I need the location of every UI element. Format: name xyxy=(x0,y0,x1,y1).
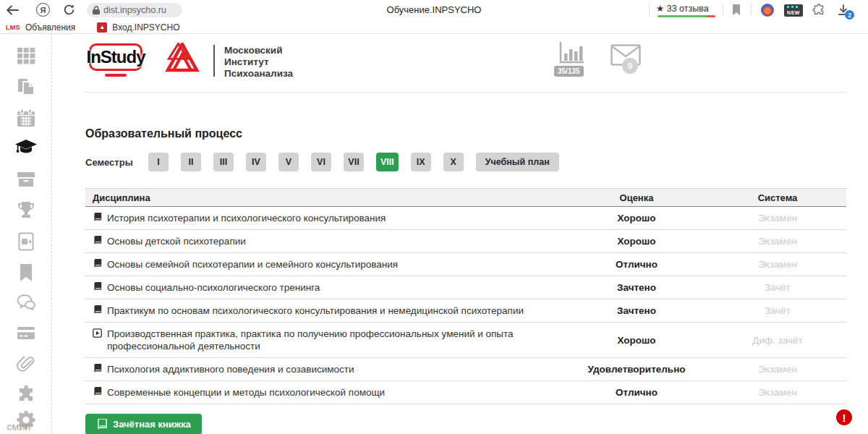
chat-icon[interactable] xyxy=(17,294,35,312)
book-icon xyxy=(93,305,102,315)
footer-copyright: ©МИП xyxy=(7,423,30,432)
book-icon xyxy=(93,236,102,245)
grade-value: Удовлетворительно xyxy=(564,364,709,375)
semester-button-2[interactable]: II xyxy=(181,153,201,171)
grades-table: Дисциплина Оценка Система История психот… xyxy=(85,188,846,404)
divider xyxy=(649,4,650,15)
table-row[interactable]: Основы детской психотерапии Хорошо Экзам… xyxy=(85,230,846,253)
book-icon xyxy=(93,213,102,222)
trophy-icon[interactable] xyxy=(17,201,35,220)
grade-value: Хорошо xyxy=(564,236,709,247)
grid-apps-icon[interactable] xyxy=(17,46,35,65)
site-header: InStudy Московский Институт Психоанализа… xyxy=(52,34,868,93)
main-content: InStudy Московский Институт Психоанализа… xyxy=(52,34,868,434)
rating-bar xyxy=(658,15,715,17)
system-value: Экзамен xyxy=(709,213,846,224)
page-title: Образовательный процесс xyxy=(85,127,846,140)
table-row[interactable]: Основы семейной психотерапии и семейного… xyxy=(85,253,846,276)
payment-card-icon[interactable] xyxy=(17,324,35,343)
grade-value: Отлично xyxy=(564,387,709,398)
table-row[interactable]: Производственная практика, практика по п… xyxy=(85,323,846,358)
grade-value: Зачтено xyxy=(564,282,709,293)
bookmark-vhod-inpsycho[interactable]: Вход.INPSYCHO xyxy=(112,22,179,33)
table-row[interactable]: Практикум по основам психологического ко… xyxy=(85,299,846,323)
system-value: Экзамен xyxy=(709,364,846,375)
bookmark-announcements[interactable]: Объявления xyxy=(25,22,75,33)
book-icon xyxy=(93,387,102,396)
grade-value: Отлично xyxy=(564,259,709,270)
semester-button-3[interactable]: III xyxy=(213,153,234,171)
lms-bookmark-icon: LMS xyxy=(6,24,20,31)
sidebar-nav: ©МИП xyxy=(0,34,52,434)
system-value: Экзамен xyxy=(709,259,846,270)
semester-button-8-active[interactable]: VIII xyxy=(376,153,399,171)
browser-chrome: Я dist.inpsycho.ru Обучение.INPSYCHO ★ 3… xyxy=(0,0,868,34)
grade-value: Хорошо xyxy=(564,335,709,346)
extension-color-icon[interactable] xyxy=(761,4,774,17)
semester-button-4[interactable]: IV xyxy=(246,153,266,171)
system-value: Зачёт xyxy=(709,305,846,316)
record-book-icon xyxy=(96,419,107,430)
institute-name: Московский Институт Психоанализа xyxy=(224,45,293,80)
table-row[interactable]: История психотерапии и психологического … xyxy=(85,207,846,230)
mip-bookmark-icon: ▲ xyxy=(97,22,107,33)
semester-switcher: Семестры I II III IV V VI VII VIII IX X … xyxy=(85,153,846,171)
paperclip-icon[interactable] xyxy=(17,355,35,374)
play-icon xyxy=(93,328,102,338)
semester-button-1[interactable]: I xyxy=(148,153,169,171)
column-system: Система xyxy=(709,192,846,203)
book-icon xyxy=(93,364,102,373)
table-header-row: Дисциплина Оценка Система xyxy=(85,188,846,207)
extensions-puzzle-icon[interactable] xyxy=(812,4,826,17)
semester-button-5[interactable]: V xyxy=(278,153,299,171)
progress-stats-icon[interactable] xyxy=(558,41,584,64)
grade-value: Хорошо xyxy=(564,213,709,224)
calendar-icon[interactable] xyxy=(17,109,35,127)
semester-button-10[interactable]: X xyxy=(443,153,464,171)
mail-count-badge: 0 xyxy=(622,58,638,74)
system-value: Экзамен xyxy=(709,236,846,247)
column-discipline: Дисциплина xyxy=(85,192,564,204)
table-row[interactable]: Основы социально-психологического тренин… xyxy=(85,276,846,299)
alert-notification-icon[interactable]: ! xyxy=(836,409,852,425)
semester-button-6[interactable]: VI xyxy=(311,153,331,171)
header-bottom-border xyxy=(85,92,846,93)
progress-badge: 35/135 xyxy=(554,66,584,77)
star-icon: ★ xyxy=(656,4,664,14)
divider xyxy=(723,4,723,15)
semester-button-9[interactable]: IX xyxy=(411,153,431,171)
documents-icon[interactable] xyxy=(17,77,35,96)
bookmark-flag-icon[interactable] xyxy=(732,4,741,16)
column-grade: Оценка xyxy=(564,192,709,203)
book-icon xyxy=(93,282,102,292)
table-row[interactable]: Психология аддиктивного поведения и соза… xyxy=(85,358,846,381)
bookmark-icon[interactable] xyxy=(17,263,35,282)
system-value: Экзамен xyxy=(709,387,846,398)
semester-button-7[interactable]: VII xyxy=(344,153,364,171)
curriculum-plan-button[interactable]: Учебный план xyxy=(476,153,559,171)
graduation-cap-icon[interactable] xyxy=(14,138,38,158)
instudy-logo[interactable]: InStudy xyxy=(89,43,142,71)
bookmarks-bar: LMS Объявления ▲ Вход.INPSYCHO xyxy=(0,20,868,34)
downloads-badge: 2 xyxy=(845,10,854,20)
system-value: Диф. зачёт xyxy=(709,335,846,346)
video-lecture-icon[interactable] xyxy=(17,232,35,251)
semesters-label: Семестры xyxy=(85,157,148,168)
reviews-rating[interactable]: ★ 33 отзыва xyxy=(656,3,709,14)
puzzle-icon[interactable] xyxy=(17,385,35,404)
system-value: Зачёт xyxy=(709,282,846,293)
book-icon xyxy=(93,259,102,268)
divider xyxy=(751,4,752,15)
new-extension-icon[interactable]: NEW xyxy=(784,4,803,17)
grade-value: Зачтено xyxy=(564,305,709,316)
record-book-button[interactable]: Зачётная книжка xyxy=(85,414,202,434)
instudy-logo-underline xyxy=(105,74,127,77)
table-row[interactable]: Современные концепции и методы психологи… xyxy=(85,381,846,404)
header-divider xyxy=(213,45,215,77)
archive-box-icon[interactable] xyxy=(17,170,35,189)
mip-logo xyxy=(164,43,200,77)
